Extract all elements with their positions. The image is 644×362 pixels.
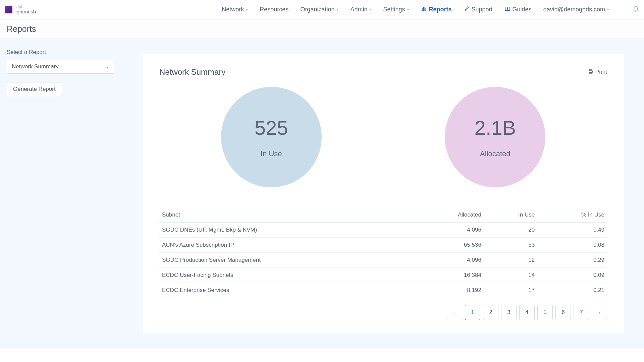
page-button-7[interactable]: 7 <box>574 305 589 320</box>
cell-subnet: ECDC User-Facing Subnets <box>159 268 414 283</box>
chevron-down-icon: ▾ <box>336 7 338 12</box>
cell-in-use: 17 <box>484 283 537 298</box>
cell-allocated: 8,192 <box>414 283 484 298</box>
nav-resources-label: Resources <box>260 6 288 13</box>
cell-in-use: 12 <box>484 253 537 268</box>
allocated-label: Allocated <box>480 149 511 158</box>
table-row[interactable]: SGDC DNEs (UF, Mgmt, Bkp & KVM)4,096200.… <box>159 223 607 238</box>
cell-allocated: 4,096 <box>414 223 484 238</box>
nav-organization-label: Organization <box>300 6 334 13</box>
page-button-6[interactable]: 6 <box>555 305 571 320</box>
table-body: SGDC DNEs (UF, Mgmt, Bkp & KVM)4,096200.… <box>159 223 607 298</box>
nav-guides[interactable]: Guides <box>504 6 532 13</box>
panel-head: Network Summary Print <box>159 67 607 77</box>
topbar: tidal lightmesh Network ▾ Resources Orga… <box>0 0 644 19</box>
nav-organization[interactable]: Organization ▾ <box>300 6 338 13</box>
page-next-button[interactable]: › <box>592 305 607 320</box>
cell-allocated: 4,096 <box>414 253 484 268</box>
page-button-2[interactable]: 2 <box>483 305 498 320</box>
cell-in-use: 53 <box>484 238 537 253</box>
nav-network-label: Network <box>222 6 244 13</box>
report-panel: Network Summary Print 525 In Use 2.1B Al… <box>143 54 624 334</box>
table-row[interactable]: ECDC User-Facing Subnets16,384140.09 <box>159 268 607 283</box>
chevron-down-icon: ▾ <box>407 7 409 12</box>
cell-subnet: ACN's Azure Subscription IP <box>159 238 414 253</box>
svg-rect-0 <box>422 9 423 11</box>
nav-network[interactable]: Network ▾ <box>222 6 248 13</box>
cell-pct: 0.08 <box>537 238 607 253</box>
cell-pct: 0.21 <box>537 283 607 298</box>
cell-in-use: 14 <box>484 268 537 283</box>
in-use-value: 525 <box>255 116 288 139</box>
col-subnet[interactable]: Subnet <box>159 207 414 223</box>
nav-settings-label: Settings <box>383 6 405 13</box>
in-use-label: In Use <box>261 149 282 158</box>
logo-text: tidal lightmesh <box>14 5 36 14</box>
col-pct-in-use[interactable]: % In Use <box>537 207 607 223</box>
select-report-label: Select a Report <box>7 49 136 56</box>
print-label: Print <box>595 69 607 75</box>
nav-admin[interactable]: Admin ▾ <box>350 6 371 13</box>
cell-pct: 0.29 <box>537 253 607 268</box>
report-select[interactable]: Network Summary ⌄ <box>7 60 114 74</box>
allocated-circle: 2.1B Allocated <box>445 87 545 187</box>
report-title: Network Summary <box>159 67 225 77</box>
bell-icon[interactable] <box>633 6 639 14</box>
cell-in-use: 20 <box>484 223 537 238</box>
chevron-down-icon: ▾ <box>246 7 248 12</box>
table-row[interactable]: SGDC Production Server Management4,09612… <box>159 253 607 268</box>
pagination: ‹ 1234567 › <box>159 305 607 320</box>
table-header-row: Subnet Allocated In Use % In Use <box>159 207 607 223</box>
print-icon <box>588 69 593 76</box>
report-select-value: Network Summary <box>12 63 59 70</box>
col-in-use[interactable]: In Use <box>484 207 537 223</box>
generate-report-button[interactable]: Generate Report <box>7 82 62 96</box>
support-icon <box>464 6 470 13</box>
logo-icon <box>5 6 12 13</box>
page-prev-button[interactable]: ‹ <box>447 305 462 320</box>
chevron-down-icon: ⌄ <box>106 64 109 69</box>
print-button[interactable]: Print <box>588 69 607 76</box>
chart-icon <box>421 6 427 13</box>
svg-rect-1 <box>423 7 424 11</box>
main-nav: Network ▾ Resources Organization ▾ Admin… <box>222 6 639 14</box>
nav-resources[interactable]: Resources <box>260 6 288 13</box>
chevron-down-icon: ▾ <box>369 7 371 12</box>
table-row[interactable]: ACN's Azure Subscription IP65,536530.08 <box>159 238 607 253</box>
in-use-circle: 525 In Use <box>221 87 322 187</box>
nav-user[interactable]: david@demogods.com ▾ <box>543 6 609 13</box>
page-button-4[interactable]: 4 <box>519 305 535 320</box>
table-row[interactable]: ECDC Enterprise Services8,192170.21 <box>159 283 607 298</box>
col-allocated[interactable]: Allocated <box>414 207 484 223</box>
nav-support[interactable]: Support <box>464 6 493 13</box>
cell-subnet: SGDC DNEs (UF, Mgmt, Bkp & KVM) <box>159 223 414 238</box>
cell-pct: 0.49 <box>537 223 607 238</box>
allocated-value: 2.1B <box>475 116 516 139</box>
subnet-table: Subnet Allocated In Use % In Use SGDC DN… <box>159 207 607 298</box>
logo[interactable]: tidal lightmesh <box>5 5 36 14</box>
generate-report-label: Generate Report <box>13 86 56 92</box>
cell-subnet: SGDC Production Server Management <box>159 253 414 268</box>
chevron-down-icon: ▾ <box>607 7 609 12</box>
nav-reports[interactable]: Reports <box>421 6 452 13</box>
nav-support-label: Support <box>472 6 493 13</box>
nav-admin-label: Admin <box>350 6 367 13</box>
cell-allocated: 16,384 <box>414 268 484 283</box>
chevron-right-icon: › <box>598 309 600 316</box>
nav-settings[interactable]: Settings ▾ <box>383 6 409 13</box>
page-button-3[interactable]: 3 <box>501 305 517 320</box>
sidebar: Select a Report Network Summary ⌄ Genera… <box>0 39 143 349</box>
main-area: Select a Report Network Summary ⌄ Genera… <box>0 39 644 349</box>
page-title: Reports <box>7 24 36 34</box>
nav-reports-label: Reports <box>429 6 452 13</box>
logo-text-bottom: lightmesh <box>14 9 36 14</box>
cell-subnet: ECDC Enterprise Services <box>159 283 414 298</box>
guides-icon <box>504 6 511 13</box>
page-button-5[interactable]: 5 <box>537 305 553 320</box>
summary-circles: 525 In Use 2.1B Allocated <box>159 87 607 187</box>
chevron-left-icon: ‹ <box>453 309 455 316</box>
cell-pct: 0.09 <box>537 268 607 283</box>
cell-allocated: 65,536 <box>414 238 484 253</box>
page-title-bar: Reports <box>0 19 644 39</box>
page-button-1[interactable]: 1 <box>465 305 480 320</box>
